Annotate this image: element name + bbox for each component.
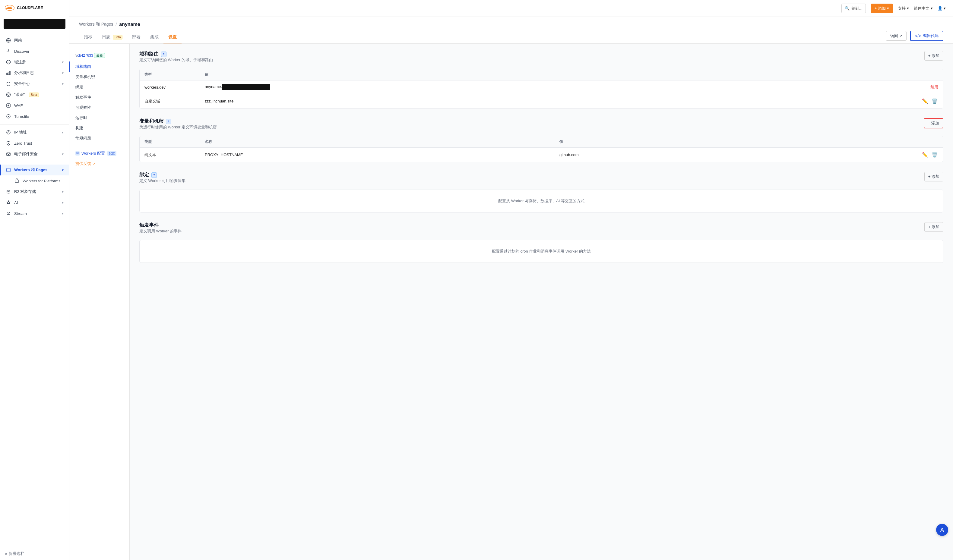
tab-integration[interactable]: 集成 — [145, 31, 163, 43]
sidebar-item-ip-addr[interactable]: IP 地址 ▼ — [0, 127, 69, 138]
cs-item-label: 触发事件 — [75, 94, 91, 100]
ai-icon — [6, 200, 11, 205]
cs-item-vars-secrets[interactable]: 变量和机密 — [69, 72, 129, 82]
add-label: + 添加 — [875, 6, 886, 11]
sidebar-item-label: Workers 和 Pages — [14, 167, 47, 173]
help-icon: ? — [161, 51, 166, 57]
support-label: 支持 — [898, 6, 906, 11]
sidebar-item-analytics[interactable]: 分析和日志 ▼ — [0, 68, 69, 78]
ip-icon — [6, 130, 11, 135]
add-label: + 添加 — [928, 53, 939, 59]
domain-routes-desc: 定义可访问您的 Worker 的域、子域和路由 — [139, 57, 213, 63]
collapse-icon: « — [5, 552, 7, 556]
delete-button[interactable]: 🗑️ — [931, 97, 938, 105]
title-text: 触发事件 — [139, 222, 158, 229]
title-text: 变量和机密 — [139, 118, 163, 124]
breadcrumb-current: anyname — [119, 22, 140, 27]
cs-item-label: 构建 — [75, 125, 83, 131]
visit-label: 访问 — [890, 33, 898, 39]
edit-code-button[interactable]: </> 编辑代码 — [910, 31, 943, 41]
disabled-badge[interactable]: 禁用 — [930, 84, 938, 90]
sidebar-item-security[interactable]: 安全中心 ▼ — [0, 78, 69, 89]
triggers-add-button[interactable]: + 添加 — [924, 222, 943, 232]
discover-icon — [6, 48, 11, 54]
workers-config-link[interactable]: W Workers 配置 配置 — [69, 148, 129, 159]
breadcrumb-parent[interactable]: Workers 和 Pages — [79, 22, 113, 27]
cell-actions: 禁用 — [914, 84, 938, 90]
sidebar-item-sites[interactable]: 网站 — [0, 35, 69, 46]
tab-label: 指标 — [84, 34, 92, 39]
account-selector[interactable] — [4, 19, 65, 29]
external-link-icon: ↗ — [899, 34, 902, 38]
table-header-row: 类型 值 — [140, 69, 943, 80]
add-label: + 添加 — [928, 121, 939, 126]
collapse-sidebar-button[interactable]: « 折叠边栏 — [0, 547, 69, 560]
chevron-down-icon: ▼ — [61, 212, 64, 215]
delete-button[interactable]: 🗑️ — [931, 151, 938, 158]
sidebar-item-zero-trust[interactable]: Zero Trust — [0, 138, 69, 149]
bindings-add-button[interactable]: + 添加 — [924, 172, 943, 181]
cs-item-label: 可观察性 — [75, 105, 91, 110]
col-header-name: 名称 — [205, 139, 559, 144]
chevron-down-icon: ▾ — [931, 6, 933, 11]
chevron-down-icon: ▼ — [61, 60, 64, 64]
add-button[interactable]: + 添加 ▾ — [871, 4, 893, 13]
cs-item-label: 常规问题 — [75, 136, 91, 141]
vars-secrets-header: 变量和机密 ? 为运行时使用的 Worker 定义环境变量和机密 + 添加 — [139, 118, 943, 133]
edit-button[interactable]: ✏️ — [921, 151, 928, 158]
sidebar-item-ai[interactable]: AI ▼ — [0, 197, 69, 208]
breadcrumb: Workers 和 Pages / anyname — [79, 22, 140, 27]
tab-settings[interactable]: 设置 — [163, 31, 182, 43]
cs-item-label: 变量和机密 — [75, 74, 95, 80]
tab-logs[interactable]: 日志 Beta — [97, 31, 127, 43]
svg-point-0 — [5, 5, 14, 11]
sidebar-item-waf[interactable]: WAF — [0, 100, 69, 111]
cs-item-build[interactable]: 构建 — [69, 123, 129, 133]
page-tabs: 指标 日志 Beta 部署 集成 设置 — [79, 31, 182, 43]
sidebar-item-tracking[interactable]: "跟踪" Beta — [0, 89, 69, 100]
edit-button[interactable]: ✏️ — [921, 97, 928, 105]
tab-metrics[interactable]: 指标 — [79, 31, 97, 43]
feedback-link[interactable]: 提供反馈 ↗ — [69, 159, 129, 169]
sidebar-item-r2[interactable]: R2 对象存储 ▼ — [0, 186, 69, 197]
col-header-type: 类型 — [144, 72, 205, 77]
chevron-down-icon: ▼ — [61, 153, 64, 156]
chevron-down-icon: ▾ — [907, 6, 909, 11]
sidebar-item-stream[interactable]: Stream ▼ — [0, 208, 69, 219]
sidebar-item-turnstile[interactable]: Turnstile — [0, 111, 69, 122]
cs-item-runtime[interactable]: 运行时 — [69, 113, 129, 123]
goto-search[interactable]: 🔍 转到... — [841, 4, 866, 13]
tab-label: 日志 — [102, 34, 110, 39]
page-header: Workers 和 Pages / anyname 指标 日志 Beta 部署 — [69, 17, 953, 44]
sidebar-item-domain-reg[interactable]: 域注册 ▼ — [0, 57, 69, 68]
domain-routes-add-button[interactable]: + 添加 — [924, 51, 943, 60]
cs-item-observability[interactable]: 可观察性 — [69, 102, 129, 113]
visit-button[interactable]: 访问 ↗ — [886, 31, 906, 41]
cs-item-bindings[interactable]: 绑定 — [69, 82, 129, 92]
svg-point-15 — [7, 190, 10, 191]
cs-item-label: 域和路由 — [75, 64, 91, 69]
sidebar-item-workers-platforms[interactable]: Workers for Platforms — [0, 175, 69, 186]
help-icon: ? — [151, 172, 157, 178]
sidebar-item-label: WAF — [14, 104, 23, 108]
cell-value: anyname. — [205, 84, 914, 90]
cs-item-domain-routes[interactable]: 域和路由 — [69, 62, 129, 72]
user-menu[interactable]: 👤 ▾ — [937, 6, 946, 11]
sidebar-item-workers-pages[interactable]: Workers 和 Pages ▼ — [0, 165, 69, 175]
breadcrumb-separator: / — [115, 22, 117, 27]
tab-deploy[interactable]: 部署 — [127, 31, 145, 43]
sidebar-item-email-sec[interactable]: 电子邮件安全 ▼ — [0, 149, 69, 159]
help-icon: ? — [166, 119, 171, 124]
cs-item-faq[interactable]: 常规问题 — [69, 133, 129, 144]
cs-item-triggers[interactable]: 触发事件 — [69, 92, 129, 102]
language-selector[interactable]: 简体中文 ▾ — [914, 6, 933, 11]
header-action-buttons: 访问 ↗ </> 编辑代码 — [886, 31, 943, 43]
bindings-header: 绑定 ? 定义 Worker 可用的资源集 + 添加 — [139, 172, 943, 187]
sidebar-item-discover[interactable]: Discover — [0, 46, 69, 57]
support-button[interactable]: 支持 ▾ — [898, 6, 909, 11]
security-icon — [6, 81, 11, 87]
sidebar-item-label: "跟踪" — [14, 92, 25, 97]
translate-fab[interactable]: A — [936, 524, 948, 536]
tab-label: 设置 — [168, 34, 177, 39]
vars-secrets-add-button[interactable]: + 添加 — [924, 118, 943, 128]
